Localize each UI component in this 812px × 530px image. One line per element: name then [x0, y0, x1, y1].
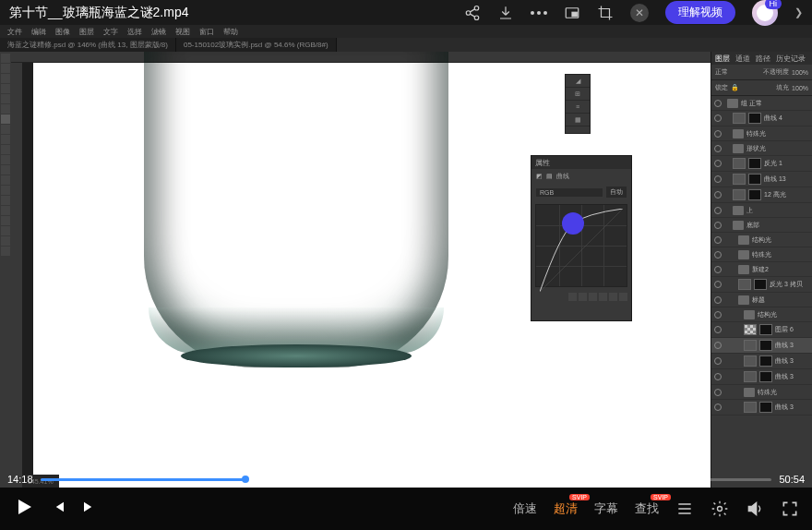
- layer-row[interactable]: 12 高光: [711, 187, 812, 203]
- download-icon[interactable]: [497, 5, 514, 21]
- layer-row[interactable]: 图层 6: [711, 322, 812, 338]
- ps-tab[interactable]: 海蓝之谜精修.psd @ 146% (曲线 13, 图层蒙版/8): [0, 38, 176, 52]
- next-button[interactable]: [81, 499, 98, 519]
- chevron-right-icon[interactable]: ❯: [794, 6, 803, 18]
- ruler-vertical: [11, 63, 22, 488]
- layer-row[interactable]: 反光 3 拷贝: [711, 277, 812, 293]
- layer-row[interactable]: 结构光: [711, 307, 812, 322]
- svg-point-1: [466, 10, 471, 15]
- ps-canvas: ◢⊞≡▦ 属性 ◩▤曲线 RGB自动: [33, 63, 710, 488]
- layer-row[interactable]: 曲线 4: [711, 111, 812, 126]
- ps-toolbar: [0, 52, 11, 488]
- quality-button[interactable]: 超清SVIP: [554, 500, 578, 517]
- layer-row[interactable]: 上: [711, 203, 812, 218]
- time-total: 50:54: [779, 474, 805, 485]
- volume-icon[interactable]: [746, 500, 764, 518]
- layer-row[interactable]: 特殊光: [711, 126, 812, 141]
- subtitle-button[interactable]: 字幕: [594, 500, 618, 517]
- curve-handle[interactable]: [562, 212, 584, 235]
- search-button[interactable]: 查找SVIP: [635, 500, 659, 517]
- curves-graph[interactable]: [535, 204, 627, 287]
- svg-point-2: [474, 16, 479, 20]
- close-icon[interactable]: ✕: [630, 4, 649, 22]
- layer-row[interactable]: 新建2: [711, 262, 812, 277]
- settings-icon[interactable]: [710, 500, 729, 518]
- prev-button[interactable]: [50, 499, 66, 519]
- ps-document-tabs: 海蓝之谜精修.psd @ 146% (曲线 13, 图层蒙版/8) 05-150…: [0, 38, 812, 52]
- layer-row[interactable]: 曲线 3: [711, 400, 812, 416]
- pip-icon[interactable]: [564, 5, 580, 21]
- layer-row[interactable]: 组 正常: [711, 96, 812, 111]
- share-icon[interactable]: [464, 5, 481, 21]
- hi-badge: Hi: [765, 0, 782, 9]
- time-current: 14:18: [7, 474, 33, 485]
- ps-canvas-area: ◢⊞≡▦ 属性 ◩▤曲线 RGB自动 145.41%: [11, 52, 710, 488]
- bottle-artwork: [135, 52, 458, 367]
- svg-rect-4: [572, 12, 577, 17]
- ps-menu-bar: 文件编辑图像图层文字选择滤镜视图窗口帮助: [0, 25, 812, 38]
- layer-row[interactable]: 形状光: [711, 141, 812, 156]
- ps-properties-panel: 属性 ◩▤曲线 RGB自动: [531, 155, 632, 321]
- layer-row[interactable]: 底部: [711, 218, 812, 233]
- layer-row[interactable]: 曲线 3: [711, 354, 812, 369]
- ps-mini-panel: ◢⊞≡▦: [565, 74, 591, 134]
- more-icon[interactable]: [531, 11, 547, 15]
- photoshop-frame: 文件编辑图像图层文字选择滤镜视图窗口帮助 海蓝之谜精修.psd @ 146% (…: [0, 25, 812, 488]
- ps-tab[interactable]: 05-150102玻璃实例.psd @ 54.6% (RGB/8#): [176, 38, 337, 52]
- svg-point-5: [718, 507, 722, 512]
- video-title: 第十节__玻璃瓶海蓝之谜2.mp4: [9, 5, 453, 21]
- layer-row[interactable]: 结构光: [711, 233, 812, 247]
- layer-row[interactable]: 反光 1: [711, 156, 812, 172]
- layer-row[interactable]: 特殊光: [711, 247, 812, 262]
- layer-row[interactable]: 曲线 3: [711, 369, 812, 385]
- ps-layers-panel: 图层通道路径历史记录 正常不透明度100% 锁定🔒填充100% 组 正常曲线 4…: [710, 52, 812, 488]
- layer-row[interactable]: 标题: [711, 293, 812, 307]
- svg-point-0: [474, 6, 479, 10]
- play-button[interactable]: [13, 496, 35, 522]
- layer-row[interactable]: 曲线 3: [711, 338, 812, 354]
- layer-row[interactable]: 曲线 13: [711, 172, 812, 187]
- understand-video-button[interactable]: 理解视频: [665, 1, 735, 24]
- fullscreen-icon[interactable]: [781, 500, 799, 518]
- progress-bar[interactable]: [41, 478, 772, 481]
- layer-row[interactable]: 特殊光: [711, 385, 812, 400]
- speed-button[interactable]: 倍速: [513, 500, 537, 517]
- playlist-icon[interactable]: [675, 500, 694, 518]
- crop-icon[interactable]: [597, 5, 614, 21]
- player-controls: 倍速 超清SVIP 字幕 查找SVIP: [0, 488, 812, 530]
